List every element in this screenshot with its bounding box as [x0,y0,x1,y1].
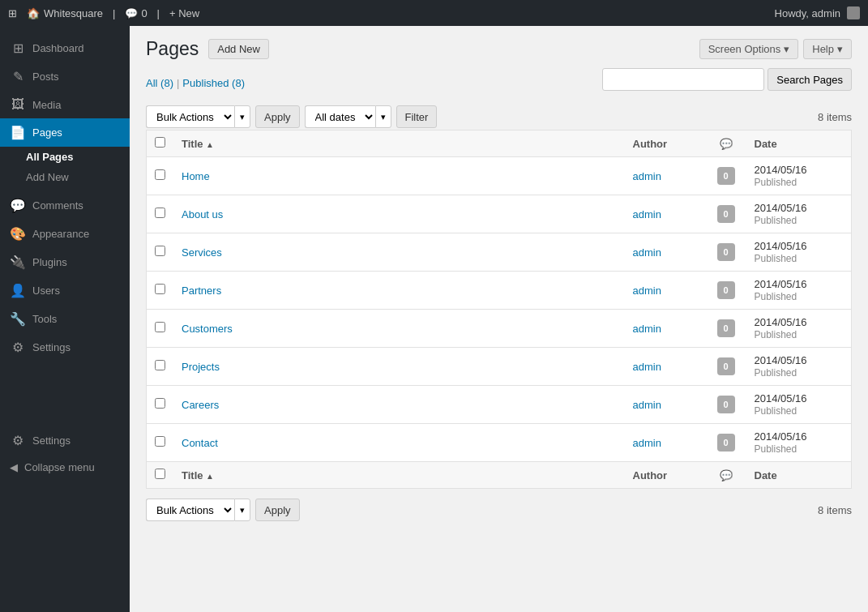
row-title-link[interactable]: Customers [182,323,233,335]
filter-all-link[interactable]: All (8) [146,77,173,89]
row-checkbox[interactable] [155,436,165,447]
row-author-link[interactable]: admin [633,399,661,411]
apply-button-bottom[interactable]: Apply [255,499,300,521]
comment-count-badge[interactable]: 0 [717,357,735,375]
dates-wrap: All dates ▾ [305,105,391,128]
select-all-checkbox-bottom[interactable] [155,469,165,479]
col-header-title: Title ▲ [173,131,625,157]
bulk-actions-dropdown-top[interactable]: ▾ [234,105,250,128]
comment-count-badge[interactable]: 0 [717,205,735,223]
row-comments-cell: 0 [706,348,746,386]
add-new-button[interactable]: Add New [208,39,269,59]
row-author-link[interactable]: admin [633,170,661,182]
select-all-checkbox-top[interactable] [155,137,165,148]
site-name-link[interactable]: 🏠 Whitesquare [27,7,103,19]
row-title-link[interactable]: Careers [182,399,219,411]
filter-published-link[interactable]: Published (8) [182,77,245,89]
row-checkbox[interactable] [155,208,165,218]
table-row: Home admin 0 2014/05/16 Published [147,157,852,195]
comments-link[interactable]: 💬 0 [125,7,147,19]
apply-button-top[interactable]: Apply [255,105,300,128]
row-author-link[interactable]: admin [633,323,661,335]
row-title-link[interactable]: Contact [182,437,218,449]
comment-count-badge[interactable]: 0 [717,167,735,185]
table-row: Contact admin 0 2014/05/16 Published [147,424,852,462]
row-checkbox[interactable] [155,246,165,256]
row-checkbox-cell [147,310,174,348]
title-footer-sort-arrow: ▲ [206,472,214,481]
bulk-actions-select-bottom[interactable]: Bulk Actions [146,499,234,521]
wp-logo-icon[interactable]: ⊞ [8,7,17,19]
row-checkbox[interactable] [155,360,165,370]
comments-footer-icon: 💬 [720,469,733,481]
help-label: Help [812,43,834,55]
media-icon: 🖼 [10,97,26,112]
row-title-cell: Careers [173,386,625,424]
sidebar-item-media[interactable]: 🖼 Media [0,91,130,118]
sidebar-item-appearance[interactable]: 🎨 Appearance [0,220,130,248]
comment-count-badge[interactable]: 0 [717,319,735,337]
row-checkbox[interactable] [155,284,165,294]
sidebar-subitem-all-pages[interactable]: All Pages [0,147,130,167]
row-author-cell: admin [625,386,706,424]
pages-table: Title ▲ Author 💬 Date Home admi [146,130,852,489]
sidebar-item-pages[interactable]: 📄 Pages [0,118,130,147]
search-bar: Search Pages [602,68,852,91]
title-footer-sort-link[interactable]: Title ▲ [182,469,214,481]
sidebar-item-posts[interactable]: ✎ Posts [0,62,130,91]
col-footer-comments: 💬 [706,462,746,489]
screen-options-arrow-icon: ▾ [784,43,789,55]
dates-dropdown-button[interactable]: ▾ [375,105,391,128]
row-comments-cell: 0 [706,424,746,462]
row-title-link[interactable]: About us [182,208,223,220]
dates-select[interactable]: All dates [305,105,375,128]
comment-count-badge[interactable]: 0 [717,434,735,452]
row-author-cell: admin [625,195,706,233]
sidebar-item-dashboard[interactable]: ⊞ Dashboard [0,34,130,62]
row-checkbox[interactable] [155,169,165,180]
row-author-link[interactable]: admin [633,208,661,220]
new-content-link[interactable]: + New [169,7,199,19]
title-sort-link[interactable]: Title ▲ [182,138,214,150]
row-checkbox[interactable] [155,322,165,332]
col-footer-title: Title ▲ [173,462,625,489]
comments-icon: 💬 [10,198,26,213]
sidebar-item-tools[interactable]: 🔧 Tools [0,305,130,333]
row-checkbox[interactable] [155,398,165,409]
filter-button[interactable]: Filter [396,105,438,128]
dashboard-icon: ⊞ [10,41,26,56]
row-author-link[interactable]: admin [633,361,661,373]
table-row: Customers admin 0 2014/05/16 Published [147,310,852,348]
sidebar-item-plugins[interactable]: 🔌 Plugins [0,248,130,276]
comment-count-badge[interactable]: 0 [717,243,735,261]
search-input[interactable] [602,68,764,91]
posts-icon: ✎ [10,69,26,84]
collapse-menu[interactable]: ◀ Collapse menu [0,455,130,480]
sidebar-item-users[interactable]: 👤 Users [0,276,130,305]
row-title-link[interactable]: Services [182,246,222,259]
row-author-link[interactable]: admin [633,437,661,449]
sidebar-subitem-add-new[interactable]: Add New [0,167,130,187]
bulk-actions-select-top[interactable]: Bulk Actions [146,105,234,128]
sidebar-item-settings-bottom[interactable]: ⚙ Settings [0,426,130,455]
search-pages-button[interactable]: Search Pages [768,68,852,91]
screen-options-label: Screen Options [708,43,781,55]
row-title-link[interactable]: Home [182,170,210,182]
row-author-link[interactable]: admin [633,246,661,259]
comment-count-badge[interactable]: 0 [717,281,735,299]
row-title-link[interactable]: Partners [182,285,221,297]
comment-count-badge[interactable]: 0 [717,396,735,413]
site-name-text: Whitesquare [44,7,103,19]
top-bar: ⊞ 🏠 Whitesquare | 💬 0 | + New Howdy, adm… [0,0,868,26]
sidebar-item-settings[interactable]: ⚙ Settings [0,333,130,362]
row-author-link[interactable]: admin [633,285,661,297]
row-date-status: Published [755,215,797,226]
row-date-value: 2014/05/16 [755,278,807,290]
screen-options-button[interactable]: Screen Options ▾ [699,39,799,59]
help-button[interactable]: Help ▾ [803,39,852,59]
main-content: Pages Add New Screen Options ▾ Help ▾ Al… [130,26,868,612]
row-title-link[interactable]: Projects [182,361,220,373]
row-title-cell: Partners [173,272,625,310]
sidebar-item-comments[interactable]: 💬 Comments [0,191,130,220]
bulk-actions-dropdown-bottom[interactable]: ▾ [234,499,250,521]
